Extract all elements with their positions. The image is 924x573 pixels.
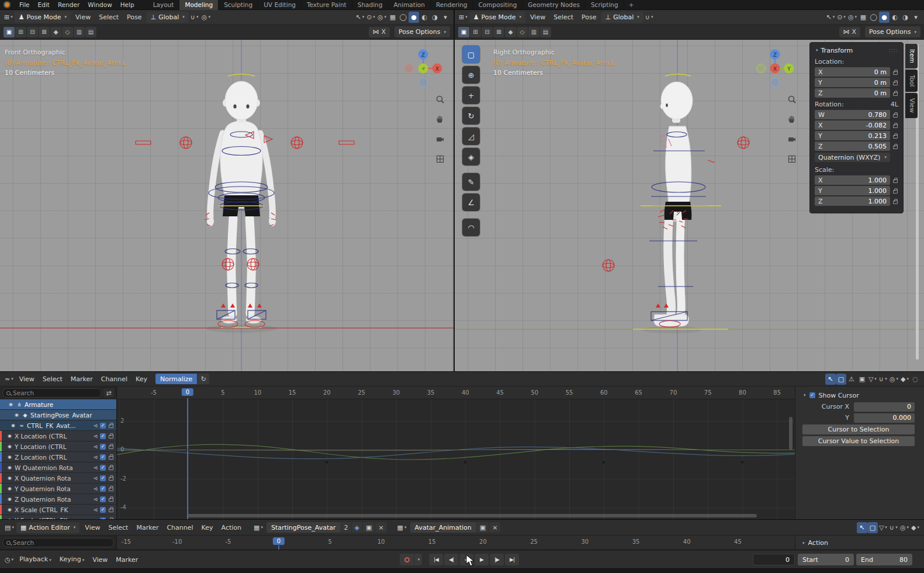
value-slider[interactable]: X 1.000 [815,175,890,185]
browse-action-icon[interactable]: ▦▾ [252,522,264,533]
channel-row[interactable]: ◉ ⋔ Armature ⊲ ✓ [0,399,116,409]
graph-ruler[interactable]: 0 -50510152025303540455055606570758085 [117,386,795,399]
snap-icon[interactable]: ∪▾ [878,374,888,385]
channel-visibility-icon[interactable]: ◉ [6,486,13,491]
filter-icon[interactable]: ▽▾ [878,522,888,533]
viewport-right[interactable]: ⊞▾ ♟Pose Mode▾ ViewSelectPose ⊥Global▾ ∪… [454,10,924,371]
workspace-tab[interactable]: Rendering [431,0,473,10]
transform-pivot-icon[interactable]: ◆ [505,27,516,37]
show-gizmo-icon[interactable]: ⊙▾ [836,12,847,23]
navigation-gizmo[interactable]: Z X -Y [402,47,444,89]
current-frame-badge[interactable]: 0 [273,537,285,545]
browse-animation-icon[interactable]: ▦▾ [396,522,408,533]
toggle-perspective-icon[interactable] [787,154,797,165]
menu-item[interactable]: Select [95,10,123,25]
action-users-count[interactable]: 2 [341,522,351,533]
lock-icon[interactable] [892,112,898,118]
mode-selector[interactable]: ♟Pose Mode▾ [15,12,71,23]
shading-wireframe-icon[interactable]: ◯▾ [868,12,879,23]
channel-lock-icon[interactable] [108,507,114,512]
menu-item[interactable]: File [15,0,34,10]
snap-with-icon[interactable]: ◇ [517,27,528,37]
channel-mute-speaker-icon[interactable]: ⊲ [93,486,98,492]
channel-row[interactable]: ◉ ≈ CTRL_FK_Avat... ⊲ ✓ [0,420,116,430]
menu-item[interactable]: Marker▾ [112,553,142,567]
filter-icon[interactable]: ▽▾ [867,374,878,385]
editor-type-button[interactable]: ⊞▾ [458,12,469,23]
panel-collapse-icon[interactable]: ▾ [802,541,805,546]
channel-visibility-icon[interactable]: ◉ [6,475,13,481]
menu-item[interactable]: Render [54,0,84,10]
channel-lock-icon[interactable] [108,465,114,470]
select-mode-new-icon[interactable]: ▣ [458,27,469,37]
select-mode-extend-icon[interactable]: ⊞ [15,27,26,37]
unlink-animation-icon[interactable]: × [489,522,500,533]
menu-item[interactable]: Key [131,372,151,386]
mode-selector[interactable]: ♟Pose Mode▾ [469,12,525,23]
workspace-tab[interactable]: UV Editing [258,0,302,10]
value-slider[interactable]: W 0.780 [815,110,890,119]
proportional-icon[interactable]: ◎▾ [888,374,899,385]
channel-enable-checkbox[interactable]: ✓ [100,444,106,450]
shading-rendered-icon[interactable]: ◑▾ [430,12,440,23]
channel-lock-icon[interactable] [108,454,114,460]
show-hidden-icon[interactable]: ▢▾ [836,374,846,385]
proportional-icon[interactable]: ◎▾ [899,522,910,533]
action-name-field[interactable]: StartingPose_Avatar [267,524,341,531]
select-mode-new-icon[interactable]: ▣ [4,27,15,37]
tool-move[interactable]: + [462,87,480,104]
sidebar-tab[interactable]: View [905,93,918,118]
search-input[interactable] [13,389,98,396]
menu-item[interactable]: Select [39,372,67,386]
panel-collapse-icon[interactable]: ▾ [804,393,806,398]
keying-icon[interactable]: ◆▾ [899,374,910,385]
tool-rotate[interactable]: ↻ [462,107,480,125]
menu-item[interactable]: View [526,10,549,25]
select-mode-intersect-icon[interactable]: ⊠ [493,27,504,37]
selectability-filter-icon[interactable]: ↖▾ [354,12,365,23]
orientation-selector[interactable]: ⊥Global▾ [601,12,643,23]
tool-select-box[interactable]: ▢ [462,46,480,63]
shading-material-icon[interactable]: ◐▾ [890,12,900,23]
value-slider[interactable]: Y 0.213 [815,131,890,140]
channel-mute-speaker-icon[interactable]: ⊲ [93,433,98,439]
show-gizmo-icon[interactable]: ⊙▾ [365,12,376,23]
channel-lock-icon[interactable] [108,423,114,428]
channel-row[interactable]: ◉ X Quaternion Rota ⊲ ✓ [0,473,116,483]
value-slider[interactable]: X 0 m [815,67,890,77]
panel-grip-icon[interactable]: :::: [889,47,898,53]
channel-enable-checkbox[interactable]: ✓ [100,454,106,460]
channel-row[interactable]: ◉ ◆ StartingPose_Avatar ⊲ ✓ [0,410,116,420]
menu-item[interactable]: Marker [132,520,162,535]
shading-options-caret[interactable]: ▾▾ [440,12,451,23]
filter-invert-icon[interactable]: ⇄ [103,388,114,398]
play-reverse-button[interactable]: ◀ [459,554,473,565]
value-slider[interactable]: Y 0 m [815,78,890,87]
value-slider[interactable]: Z 0 m [815,88,890,98]
curve-plot-area[interactable]: 0 -50510152025303540455055606570758085 2… [117,386,795,519]
select-mode-extend-icon[interactable]: ⊞ [470,27,481,37]
options-a-icon[interactable]: ▥ [528,27,539,37]
tool-transform[interactable]: ◈ [462,148,480,165]
shading-solid-icon[interactable]: ●▾ [409,12,419,23]
dope-ruler[interactable]: 0 -15-10-5051015202530354045 [117,536,795,550]
tool-cursor[interactable]: ⊕ [462,66,480,84]
keying-icon[interactable]: ◆▾ [910,522,920,533]
menu-item[interactable]: Channel [97,372,131,386]
channel-enable-checkbox[interactable]: ✓ [100,475,106,481]
channel-row[interactable]: ◉ X Location (CTRL_ ⊲ ✓ [0,431,116,441]
channel-row[interactable]: ◉ Y Scale (CTRL_FK_ ⊲ ✓ [0,515,116,519]
menu-item[interactable]: Window [84,0,116,10]
menu-item[interactable]: View [71,10,95,25]
show-overlays-icon[interactable]: ◎▾ [847,12,858,23]
orientation-selector[interactable]: ⊥Global▾ [147,12,189,23]
vertical-scrollbar[interactable] [789,417,793,450]
pan-hand-icon[interactable] [787,115,797,126]
sidebar-tab[interactable]: Tool [905,70,918,92]
select-mode-intersect-icon[interactable]: ⊠ [39,27,50,37]
menu-item[interactable]: View [15,372,39,386]
auto-keying-caret[interactable]: ▾ [414,554,422,565]
channel-row[interactable]: ◉ X Scale (CTRL_FK_ ⊲ ✓ [0,505,116,515]
tool-scale[interactable]: ◿ [462,127,480,145]
workspace-tab[interactable]: Texture Paint [302,0,352,10]
